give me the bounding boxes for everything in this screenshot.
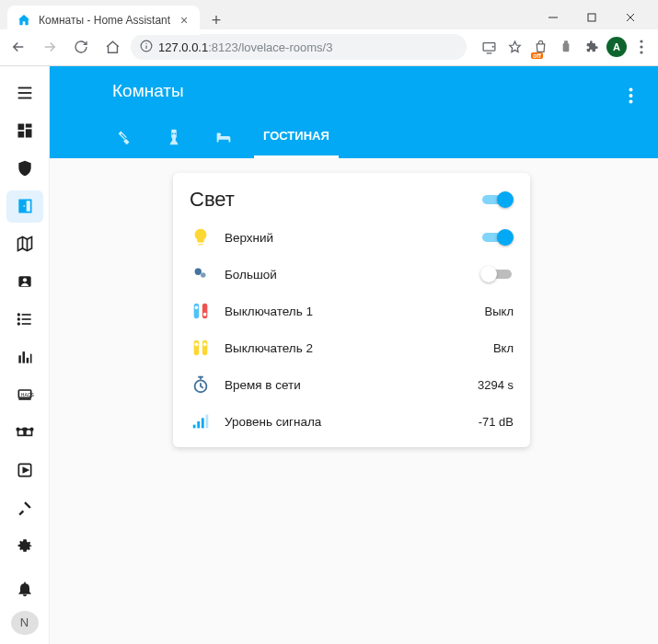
entity-row-light-big[interactable]: Большой bbox=[190, 256, 514, 293]
svg-point-61 bbox=[195, 343, 199, 347]
svg-rect-19 bbox=[25, 130, 31, 138]
url-text: 127.0.0.1:8123/lovelace-rooms/3 bbox=[158, 40, 332, 54]
svg-point-13 bbox=[640, 52, 642, 54]
svg-rect-67 bbox=[206, 415, 209, 429]
header-more-button[interactable] bbox=[614, 79, 647, 112]
svg-point-31 bbox=[17, 319, 19, 321]
sidebar-hacs-icon[interactable]: HACS bbox=[6, 379, 43, 411]
svg-point-53 bbox=[195, 269, 202, 275]
svg-point-49 bbox=[629, 100, 632, 104]
sidebar-logbook-icon[interactable] bbox=[6, 304, 43, 336]
entity-row-light-top[interactable]: Верхний bbox=[190, 219, 514, 256]
window-minimize-button[interactable] bbox=[540, 7, 566, 28]
sidebar-person-icon[interactable] bbox=[6, 266, 43, 298]
svg-point-62 bbox=[203, 343, 207, 347]
nav-back-button[interactable] bbox=[6, 34, 31, 60]
entity-label: Уровень сигнала bbox=[225, 415, 466, 429]
close-tab-icon[interactable]: × bbox=[178, 14, 190, 27]
app-header: Комнаты ГОСТИНАЯ bbox=[50, 66, 658, 158]
lightgroup-icon bbox=[190, 263, 212, 285]
sidebar-node-icon[interactable] bbox=[6, 417, 43, 449]
card-master-toggle[interactable] bbox=[480, 190, 514, 209]
sidebar-menu-toggle[interactable] bbox=[6, 77, 43, 109]
switch-icon bbox=[190, 337, 212, 359]
svg-rect-20 bbox=[17, 132, 24, 138]
address-bar[interactable]: 127.0.0.1:8123/lovelace-rooms/3 bbox=[131, 34, 467, 60]
entity-row-switch-2[interactable]: Выключатель 2 Вкл bbox=[190, 329, 514, 366]
svg-rect-33 bbox=[18, 356, 21, 363]
svg-point-47 bbox=[629, 88, 632, 92]
sidebar-overview-icon[interactable] bbox=[6, 115, 43, 147]
lightbulb-icon bbox=[190, 226, 212, 248]
extension-shopping-icon[interactable]: off bbox=[529, 36, 551, 58]
svg-rect-64 bbox=[193, 425, 196, 429]
svg-point-11 bbox=[640, 40, 642, 43]
entity-label: Большой bbox=[225, 268, 468, 282]
sidebar-history-icon[interactable] bbox=[6, 341, 43, 374]
window-close-button[interactable] bbox=[618, 7, 643, 28]
extension-badge: off bbox=[531, 52, 543, 59]
browser-menu-button[interactable] bbox=[630, 36, 652, 58]
sidebar-media-icon[interactable] bbox=[6, 454, 43, 487]
svg-point-51 bbox=[172, 132, 174, 134]
svg-point-45 bbox=[30, 429, 33, 431]
entity-value: Выкл bbox=[485, 305, 514, 318]
new-tab-button[interactable]: + bbox=[203, 7, 229, 33]
browser-profile-avatar[interactable]: A bbox=[606, 37, 627, 57]
extensions-puzzle-icon[interactable] bbox=[581, 36, 603, 58]
svg-point-44 bbox=[24, 429, 27, 431]
entity-value: 3294 s bbox=[478, 378, 514, 392]
svg-point-30 bbox=[17, 315, 19, 316]
entities-card: Свет Верхний bbox=[173, 173, 530, 447]
room-tab-living-room[interactable]: ГОСТИНАЯ bbox=[254, 116, 339, 158]
svg-rect-56 bbox=[202, 304, 208, 319]
sidebar-user-avatar[interactable]: N bbox=[11, 611, 39, 635]
sidebar-devtools-icon[interactable] bbox=[6, 492, 43, 524]
entity-row-switch-1[interactable]: Выключатель 1 Выкл bbox=[190, 293, 514, 329]
light-big-toggle[interactable] bbox=[480, 265, 514, 283]
svg-rect-9 bbox=[563, 43, 570, 52]
svg-point-21 bbox=[23, 206, 25, 208]
sidebar-map-icon[interactable] bbox=[6, 228, 43, 260]
room-tab-hall[interactable] bbox=[155, 116, 193, 158]
entity-label: Выключатель 1 bbox=[225, 305, 472, 318]
bookmark-star-icon[interactable] bbox=[503, 36, 525, 58]
sidebar-notifications-icon[interactable] bbox=[6, 573, 43, 605]
svg-rect-17 bbox=[17, 124, 24, 131]
signal-icon bbox=[190, 410, 212, 432]
entity-row-uptime[interactable]: Время в сети 3294 s bbox=[190, 366, 514, 403]
light-top-toggle[interactable] bbox=[480, 228, 514, 247]
svg-text:HACS: HACS bbox=[20, 392, 33, 397]
sidebar-security-icon[interactable] bbox=[6, 153, 43, 185]
card-title: Свет bbox=[190, 188, 235, 212]
room-tab-bedroom[interactable] bbox=[204, 116, 243, 158]
app-sidebar: HACS N bbox=[0, 66, 50, 644]
svg-point-12 bbox=[640, 46, 642, 49]
room-tab-kitchen[interactable] bbox=[105, 116, 144, 158]
nav-home-button[interactable] bbox=[99, 34, 125, 60]
svg-rect-18 bbox=[25, 124, 31, 128]
nav-forward-button[interactable] bbox=[37, 34, 63, 60]
extension-generic-icon[interactable] bbox=[555, 36, 577, 58]
window-maximize-button[interactable] bbox=[579, 7, 605, 28]
sidebar-rooms-icon[interactable] bbox=[6, 190, 43, 223]
sidebar-settings-icon[interactable] bbox=[6, 530, 43, 562]
page-title: Комнаты bbox=[112, 81, 184, 101]
entity-row-signal[interactable]: Уровень сигнала -71 dB bbox=[190, 403, 514, 440]
svg-point-8 bbox=[491, 46, 493, 48]
svg-rect-66 bbox=[202, 418, 204, 428]
svg-point-42 bbox=[17, 429, 19, 431]
svg-point-32 bbox=[17, 324, 19, 326]
svg-point-52 bbox=[174, 132, 176, 134]
svg-point-58 bbox=[203, 313, 207, 316]
svg-rect-35 bbox=[26, 358, 29, 363]
site-info-icon[interactable] bbox=[140, 40, 153, 55]
pwa-install-icon[interactable] bbox=[478, 36, 500, 58]
entity-label: Выключатель 2 bbox=[225, 341, 480, 355]
home-assistant-favicon bbox=[17, 13, 31, 28]
browser-tab-title: Комнаты - Home Assistant bbox=[39, 14, 170, 27]
svg-rect-1 bbox=[588, 14, 595, 21]
browser-tab[interactable]: Комнаты - Home Assistant × bbox=[7, 6, 200, 35]
svg-point-6 bbox=[145, 43, 146, 44]
nav-reload-button[interactable] bbox=[68, 34, 94, 60]
